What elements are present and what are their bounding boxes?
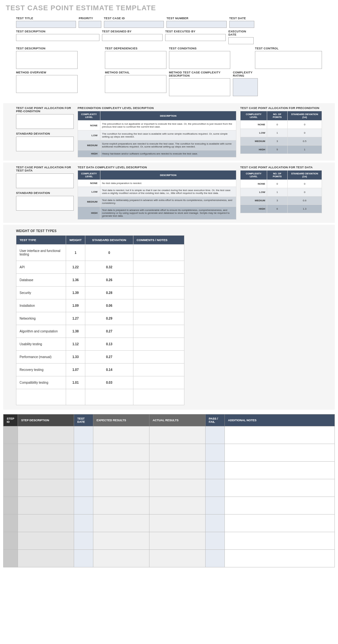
field-mo[interactable]: [16, 75, 78, 93]
steps-table: STEP IDSTEP DESCRIPTIONTEST DATEEXPECTED…: [3, 414, 335, 567]
lbl-mo: METHOD OVERVIEW: [16, 71, 78, 74]
weights-table: TEST TYPEWEIGHTSTANDARD DEVIATIONCOMMENT…: [16, 235, 184, 405]
lbl-designed-by: TEST DESIGNED BY: [102, 30, 163, 33]
precond-desc-table: COMPLEXITY LEVELDESCRIPTIONNONEThe preco…: [78, 111, 236, 157]
td-desc-table: COMPLEXITY LEVELDESCRIPTIONNONENo test d…: [78, 170, 236, 220]
precond-right-title: TEST CASE POINT ALLOCATION FOR PRECONDIT…: [240, 106, 322, 110]
field-test-date[interactable]: [229, 21, 254, 28]
td-alloc-table: COMPLEXITY LEVELNO. OF POINTSSTANDARD DE…: [240, 170, 322, 213]
lbl-priority: PRIORITY: [79, 17, 101, 20]
td-sd-title: STANDARD DEVIATION: [16, 191, 74, 195]
lbl-test-title: TEST TITLE: [16, 17, 76, 20]
lbl-executed-by: TEST EXECUTED BY: [165, 30, 226, 33]
field-mc[interactable]: [169, 78, 231, 96]
lbl-test-date: TEST DATE: [229, 17, 254, 20]
field-deps[interactable]: [105, 51, 166, 69]
td-sd-field[interactable]: [16, 196, 74, 211]
td-alloc-field[interactable]: [16, 173, 74, 188]
field-designed-by[interactable]: [102, 34, 163, 41]
field-cr[interactable]: [233, 78, 258, 96]
field-executed-by[interactable]: [165, 34, 226, 41]
field-exec-date[interactable]: [228, 37, 254, 44]
lbl-test-case-id: TEST CASE ID: [104, 17, 164, 20]
lbl-mc: METHOD TEST CASE COMPLEXITY DESCRIPTION: [169, 71, 231, 77]
lbl-exec-date: EXECUTION DATE: [228, 30, 254, 36]
precond-sd-field[interactable]: [16, 137, 74, 151]
lbl-test-number: TEST NUMBER: [166, 17, 226, 20]
precond-alloc-title: TEST CASE POINT ALLOCATION FOR PRE-CONDI…: [16, 106, 74, 113]
td-right-title: TEST CASE POINT ALLOCATION FOR TEST DATA: [240, 166, 322, 169]
lbl-cond: TEST CONDITIONS: [169, 47, 231, 50]
field-md[interactable]: [105, 75, 166, 93]
lbl-test-desc: TEST DESCRIPTION: [16, 30, 99, 33]
precond-sd-title: STANDARD DEVIATION: [16, 132, 74, 135]
td-alloc-title: TEST CASE POINT ALLOCATION FOR TEST DATA: [16, 166, 74, 172]
lbl-deps: TEST DEPENDENCIES: [105, 47, 166, 50]
field-test-title[interactable]: [16, 21, 76, 28]
page-title: TEST CASE POINT ESTIMATE TEMPLATE: [0, 0, 338, 15]
field-test-number[interactable]: [166, 21, 226, 28]
precond-alloc-table: COMPLEXITY LEVELNO. OF POINTSSTANDARD DE…: [240, 111, 322, 154]
field-test-desc[interactable]: [16, 34, 99, 41]
lbl-md: METHOD DETAIL: [105, 71, 166, 74]
lbl-ctrl: TEST CONTROL: [255, 47, 322, 50]
weights-title: WEIGHT OF TEST TYPES: [16, 229, 322, 233]
field-priority[interactable]: [79, 21, 101, 28]
field-test-case-id[interactable]: [104, 21, 164, 28]
td-desc-title: TEST DATA COMPLEXITY LEVEL DESCRIPTION: [78, 166, 236, 169]
field-ctrl[interactable]: [255, 51, 322, 69]
field-cond[interactable]: [169, 51, 231, 69]
precond-alloc-field[interactable]: [16, 114, 74, 129]
lbl-cr: COMPLEXITY RATING: [233, 71, 258, 77]
precond-desc-title: PRECONDITION COMPLEXITY LEVEL DESCRIPTIO…: [78, 106, 236, 110]
field-td[interactable]: [16, 51, 78, 69]
lbl-td: TEST DESCRIPTION: [16, 47, 78, 50]
